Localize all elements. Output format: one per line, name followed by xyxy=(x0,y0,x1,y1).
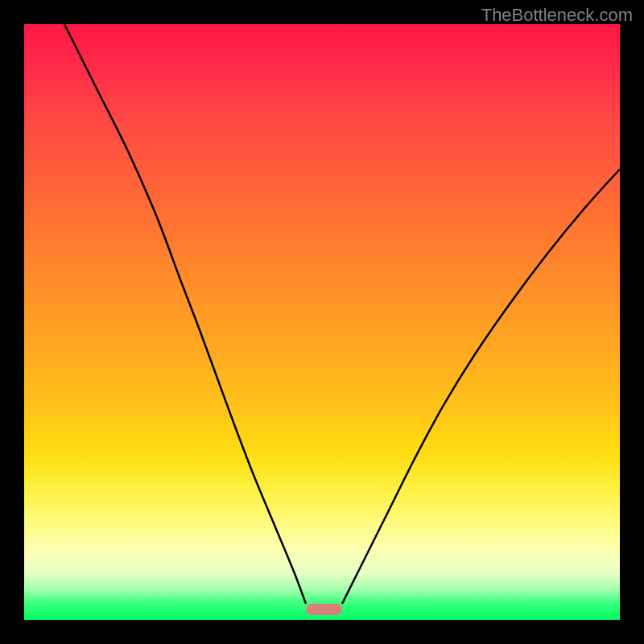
left-curve xyxy=(64,24,306,604)
right-curve xyxy=(342,169,620,604)
bottleneck-marker xyxy=(306,604,342,615)
watermark-text: TheBottleneck.com xyxy=(481,5,633,26)
chart-container xyxy=(24,24,620,620)
curves-svg xyxy=(24,24,620,620)
